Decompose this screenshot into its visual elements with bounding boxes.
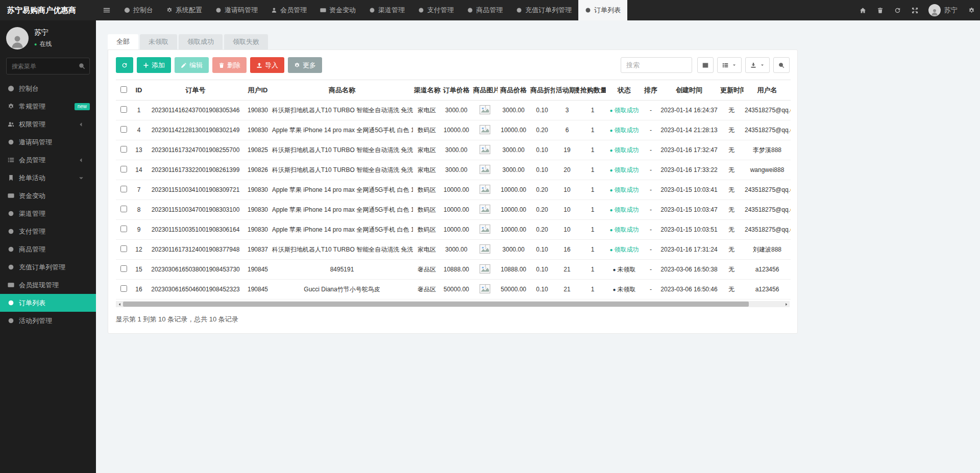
cell-id: 12 [131,240,146,260]
columns-button[interactable] [717,57,742,73]
topnav-item[interactable]: 订单列表 [578,0,627,20]
filter-tab[interactable]: 未领取 [140,34,177,49]
scroll-left-arrow[interactable] [116,301,123,307]
toggle-view-button[interactable] [697,57,714,73]
avatar [928,4,941,16]
topnav-item[interactable]: 渠道管理 [362,0,411,20]
export-button[interactable] [745,57,770,73]
row-checkbox[interactable] [120,186,127,192]
topnav-item[interactable]: 充值订单列管理 [509,0,578,20]
search-button[interactable] [773,57,790,73]
scroll-right-arrow[interactable] [782,301,790,307]
filter-tab[interactable]: 领取失败 [224,34,268,49]
sidebar-item[interactable]: 常规管理new [0,97,96,115]
column-header[interactable]: 更新时间 [719,80,744,101]
row-checkbox[interactable] [120,245,127,252]
table-row[interactable]: 8 20230115100347001908303100 190830 Appl… [116,200,791,220]
topnav-item[interactable]: 资金变动 [313,0,362,20]
import-button[interactable]: 导入 [250,57,284,73]
row-checkbox[interactable] [120,206,127,212]
scrollbar-thumb[interactable] [123,302,749,307]
table-row[interactable]: 15 20230306165038001908453730 190845 849… [116,260,791,280]
table-row[interactable]: 4 20230114212813001908302149 190830 Appl… [116,120,791,140]
sidebar-item[interactable]: 会员提现管理 [0,276,96,294]
sidebar-item[interactable]: 充值订单列管理 [0,258,96,276]
table-row[interactable]: 7 20230115100341001908309721 190830 Appl… [116,180,791,200]
sidebar-item[interactable]: 订单列表 [0,294,96,312]
column-header[interactable]: 订单价格 [440,80,472,101]
table-row[interactable]: 13 20230116173247001908255700 190825 科沃斯… [116,140,791,160]
row-checkbox[interactable] [120,265,127,272]
sidebar-item[interactable]: 活动列管理 [0,312,96,330]
add-button-label: 添加 [152,61,165,70]
sidebar-item[interactable]: 资金变动 [0,187,96,205]
sidebar-item[interactable]: 邀请码管理 [0,133,96,151]
row-checkbox[interactable] [120,285,127,292]
sidebar-item[interactable]: 会员管理 [0,151,96,169]
filter-tab[interactable]: 全部 [108,34,138,49]
cell-created: 2023-01-15 10:03:47 [659,200,719,220]
table-row[interactable]: 1 20230114162437001908305346 190830 科沃斯扫… [116,101,791,120]
column-header[interactable]: 排序 [643,80,659,101]
row-checkbox[interactable] [120,226,127,232]
column-header[interactable]: 用户ID [244,80,271,101]
cell-user-id: 190845 [244,280,271,300]
cell-sort: - [643,240,659,260]
refresh-page-button[interactable] [889,0,906,20]
topnav-item[interactable]: 邀请码管理 [209,0,264,20]
column-header[interactable]: 商品折扣 [529,80,555,101]
delete-button[interactable]: 删除 [212,57,247,73]
settings-button[interactable] [963,0,980,20]
topnav-item[interactable]: 商品管理 [460,0,509,20]
column-header[interactable]: 用户名 [744,80,791,101]
home-button[interactable] [854,0,871,20]
table-row[interactable]: 9 20230115100351001908306164 190830 Appl… [116,220,791,240]
clear-cache-button[interactable] [871,0,889,20]
fullscreen-button[interactable] [906,0,923,20]
refresh-table-button[interactable] [116,57,133,73]
column-header[interactable]: 活动期数 [555,80,579,101]
sidebar-item[interactable]: 支付管理 [0,222,96,240]
sidebar-item[interactable]: 抢单活动 [0,169,96,187]
table-row[interactable]: 16 20230306165046001908452323 190845 Guc… [116,280,791,300]
column-header[interactable]: 创建时间 [659,80,719,101]
edit-button[interactable]: 编辑 [175,57,209,73]
topnav-item[interactable]: 会员管理 [264,0,313,20]
column-header[interactable]: 订单号 [146,80,244,101]
users-icon [8,121,19,128]
topnav-item[interactable]: 控制台 [117,0,160,20]
topnav-item[interactable]: 系统配置 [160,0,209,20]
column-header[interactable]: 商品图片 [472,80,498,101]
sidebar-item[interactable]: 商品管理 [0,240,96,258]
column-header[interactable]: 状态 [606,80,643,101]
sidebar-item[interactable]: 渠道管理 [0,205,96,222]
column-header[interactable]: 商品名称 [271,80,413,101]
table-search-input[interactable] [621,57,692,73]
caret-down-icon [760,63,765,67]
topnav-item[interactable]: 支付管理 [411,0,460,20]
cell-updated: 无 [719,240,744,260]
cell-sort: - [643,280,659,300]
row-checkbox[interactable] [120,146,127,153]
more-button[interactable]: 更多 [288,57,322,73]
hamburger-button[interactable] [96,0,117,20]
column-header[interactable]: 商品价格 [498,80,529,101]
row-checkbox[interactable] [120,106,127,113]
select-all-cell [116,80,131,101]
table-row[interactable]: 12 20230116173124001908377948 190837 科沃斯… [116,240,791,260]
column-header[interactable]: 渠道名称 [413,80,440,101]
row-checkbox[interactable] [120,126,127,133]
cell-created: 2023-01-14 21:28:13 [659,120,719,140]
horizontal-scrollbar[interactable] [116,301,790,307]
row-checkbox[interactable] [120,166,127,172]
table-row[interactable]: 14 20230116173322001908261399 190826 科沃斯… [116,160,791,180]
menu-search-input[interactable] [6,58,90,74]
select-all-checkbox[interactable] [120,86,127,93]
sidebar-item[interactable]: 控制台 [0,80,96,97]
user-menu[interactable]: 苏宁 [923,4,963,16]
column-header[interactable]: ID [131,80,146,101]
filter-tab[interactable]: 领取成功 [179,34,223,49]
add-button[interactable]: 添加 [137,57,171,73]
column-header[interactable]: 抢购数量 [579,80,606,101]
sidebar-item[interactable]: 权限管理 [0,115,96,133]
